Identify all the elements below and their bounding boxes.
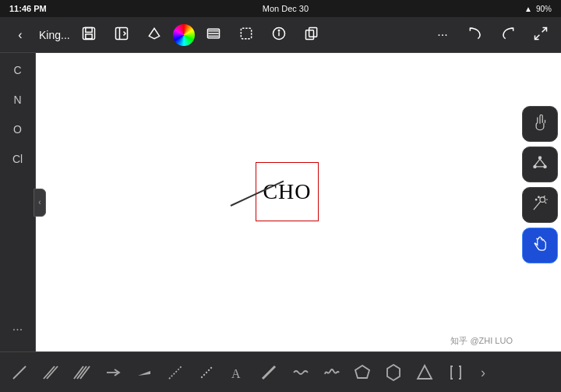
pentagon-tool[interactable]	[348, 357, 377, 388]
svg-rect-1	[86, 27, 92, 32]
undo-icon	[468, 26, 483, 44]
triple-bond-tool[interactable]	[67, 357, 97, 388]
svg-rect-2	[86, 34, 92, 38]
document-title: King...	[39, 29, 70, 41]
main-area: C N O Cl ··· ‹ CHO	[0, 53, 561, 351]
copy-icon	[304, 26, 319, 44]
svg-line-28	[545, 202, 547, 203]
svg-marker-48	[387, 365, 400, 380]
svg-line-39	[169, 366, 182, 379]
wave-bond-tool[interactable]	[285, 357, 315, 388]
svg-point-20	[544, 165, 546, 168]
bottom-toolbar: A ›	[0, 351, 561, 392]
color-picker[interactable]	[173, 24, 195, 46]
svg-line-31	[13, 366, 26, 379]
redo-icon	[500, 26, 516, 44]
svg-point-44	[210, 366, 212, 368]
export-button[interactable]	[108, 21, 136, 49]
expand-icon	[533, 26, 549, 44]
svg-line-26	[544, 196, 545, 197]
svg-point-13	[278, 30, 279, 30]
save-button[interactable]	[75, 21, 103, 49]
structure-tool-button[interactable]	[522, 147, 558, 182]
svg-line-46	[263, 366, 275, 379]
svg-point-43	[208, 369, 210, 370]
element-Cl[interactable]: Cl	[5, 150, 30, 168]
cho-text: CHO	[263, 179, 311, 204]
bracket-tool[interactable]	[441, 357, 471, 388]
svg-line-25	[534, 201, 541, 209]
expand-button[interactable]	[527, 21, 555, 49]
pan-icon	[530, 234, 550, 258]
eraser-button[interactable]	[140, 21, 168, 49]
right-floating-toolbar	[522, 106, 558, 263]
svg-text:›: ›	[481, 365, 485, 380]
align-icon	[206, 26, 221, 44]
svg-text:A: A	[231, 367, 241, 380]
svg-rect-15	[305, 30, 313, 39]
svg-point-29	[535, 199, 537, 200]
svg-point-40	[201, 376, 203, 377]
info-button[interactable]	[265, 21, 293, 49]
info-icon	[271, 26, 287, 44]
svg-line-21	[535, 159, 541, 165]
sidebar-collapse-button[interactable]: ‹	[34, 189, 46, 217]
element-C[interactable]: C	[5, 61, 30, 79]
bold-wedge-tool[interactable]	[254, 357, 284, 388]
single-bond-tool[interactable]	[5, 357, 34, 388]
align-button[interactable]	[199, 21, 228, 49]
arrow-tool[interactable]	[98, 357, 128, 388]
svg-point-18	[538, 156, 541, 158]
double-bond-tool[interactable]	[36, 357, 65, 388]
select-button[interactable]	[232, 21, 260, 49]
svg-rect-10	[241, 28, 251, 38]
more-button[interactable]: ···	[429, 21, 457, 49]
wifi-icon: ▲	[524, 5, 532, 13]
dotted-bond-tool[interactable]	[192, 357, 221, 388]
svg-marker-49	[418, 366, 432, 379]
svg-rect-0	[83, 27, 94, 39]
top-toolbar: ‹ King...	[0, 17, 561, 53]
back-icon: ‹	[18, 28, 22, 42]
status-bar: 11:46 PM Mon Dec 30 ▲ 90%	[0, 0, 561, 17]
pan-tool-button[interactable]	[522, 228, 558, 263]
export-icon	[114, 26, 129, 44]
undo-button[interactable]	[461, 21, 489, 49]
svg-rect-14	[309, 27, 316, 37]
svg-line-22	[540, 159, 545, 165]
finger-tool-button[interactable]	[522, 106, 558, 142]
finger-icon	[530, 112, 550, 136]
element-N[interactable]: N	[5, 90, 30, 109]
svg-point-19	[534, 165, 536, 168]
more-icon: ···	[437, 28, 447, 42]
svg-marker-47	[355, 366, 369, 378]
squiggle-bond-tool[interactable]	[316, 357, 346, 388]
hexagon-tool[interactable]	[379, 357, 408, 388]
more-tools-button[interactable]: ›	[472, 357, 502, 388]
svg-line-17	[535, 34, 540, 39]
select-icon	[238, 26, 254, 44]
magic-icon	[530, 193, 550, 217]
redo-button[interactable]	[494, 21, 522, 49]
svg-point-42	[206, 371, 207, 373]
copy-button[interactable]	[298, 21, 326, 49]
back-button[interactable]: ‹	[6, 21, 34, 49]
dashed-bond-tool[interactable]	[161, 357, 190, 388]
cho-text-box[interactable]: CHO	[256, 162, 319, 221]
magic-tool-button[interactable]	[522, 187, 558, 223]
status-date: Mon Dec 30	[263, 4, 309, 13]
status-time: 11:46 PM	[9, 4, 47, 13]
wedge-bond-tool[interactable]	[129, 357, 159, 388]
left-sidebar: C N O Cl ··· ‹	[0, 53, 36, 351]
canvas-area[interactable]: CHO	[36, 53, 561, 351]
svg-marker-5	[149, 28, 159, 38]
elements-more-button[interactable]: ···	[5, 320, 30, 339]
text-tool[interactable]: A	[223, 357, 252, 388]
svg-point-30	[538, 196, 540, 198]
svg-point-24	[540, 196, 545, 202]
triangle-tool[interactable]	[410, 357, 439, 388]
save-icon	[81, 26, 97, 44]
battery-status: 90%	[536, 5, 552, 13]
element-O[interactable]: O	[5, 120, 30, 139]
svg-marker-38	[138, 371, 150, 376]
